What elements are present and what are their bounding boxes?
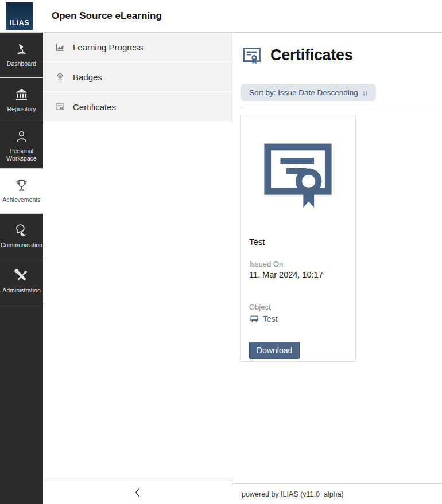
certificate-card: Test Issued On 11. Mar 2024, 10:17 Objec… [240, 115, 356, 362]
certificate-icon [55, 101, 65, 112]
certificate-card-body: Test Issued On 11. Mar 2024, 10:17 Objec… [241, 237, 355, 359]
object-row: Test [249, 314, 347, 324]
slate-item-certificates[interactable]: Certificates [43, 92, 232, 121]
main-content: Certificates Sort by: Issue Date Descend… [232, 33, 442, 504]
person-icon [14, 129, 29, 144]
sort-direction-icon: ↓↑ [362, 88, 367, 97]
area-chart-icon [55, 42, 65, 53]
page-title: Certificates [270, 46, 352, 64]
app-title: Open Source eLearning [52, 10, 162, 22]
download-button[interactable]: Download [249, 342, 300, 359]
collapse-sidebar-button[interactable] [129, 484, 146, 501]
application-window: ILIAS Open Source eLearning Dashboard [0, 0, 442, 504]
main-footer: powered by ILIAS (v11.0_alpha) [232, 483, 442, 504]
chevron-left-icon [131, 486, 144, 499]
test-object-icon [249, 314, 259, 324]
powered-by-text: powered by ILIAS (v11.0_alpha) [242, 490, 344, 498]
bank-building-icon [14, 87, 29, 103]
slate-item-learning-progress[interactable]: Learning Progress [43, 33, 232, 61]
ilias-logo[interactable]: ILIAS [6, 2, 33, 30]
sort-button-label: Sort by: Issue Date Descending [249, 88, 358, 97]
rail-item-administration[interactable]: Administration [0, 259, 43, 304]
certificates-title-icon [241, 44, 263, 67]
slate-item-label: Learning Progress [73, 42, 144, 52]
secondary-sidebar: Learning Progress Badges [43, 33, 232, 504]
sidebar-footer [43, 480, 232, 504]
slate-item-badges[interactable]: Badges [43, 62, 232, 91]
slate-item-label: Certificates [73, 102, 116, 112]
rail-item-label: Achievements [3, 196, 41, 204]
slate-item-label: Badges [73, 72, 102, 82]
rail-item-dashboard[interactable]: Dashboard [0, 33, 43, 78]
page-header: Certificates [241, 44, 442, 67]
desk-lamp-icon [14, 42, 29, 57]
rail-item-label: Dashboard [7, 60, 36, 68]
ilias-logo-text: ILIAS [10, 19, 29, 27]
rosette-badge-icon [55, 72, 65, 83]
rail-item-label: Administration [2, 287, 41, 294]
certificate-preview-icon [255, 130, 341, 216]
crossed-tools-icon [14, 268, 29, 284]
rail-item-communication[interactable]: Communication [0, 214, 43, 259]
rail-item-label: Communication [1, 241, 42, 249]
rail-item-achievements[interactable]: Achievements [0, 169, 43, 214]
top-header: ILIAS Open Source eLearning [0, 0, 442, 33]
main-rail: Dashboard Repository [0, 33, 43, 504]
trophy-icon [14, 178, 29, 193]
rail-item-repository[interactable]: Repository [0, 78, 43, 123]
content-divider [241, 107, 442, 107]
object-label: Object [249, 303, 347, 311]
rail-item-label: Personal Workspace [1, 147, 43, 162]
object-link[interactable]: Test [263, 314, 278, 323]
speech-bubbles-icon [14, 223, 29, 239]
rail-item-personal-workspace[interactable]: Personal Workspace [0, 123, 43, 169]
issued-on-label: Issued On [249, 260, 347, 268]
sort-button[interactable]: Sort by: Issue Date Descending ↓↑ [241, 84, 376, 101]
certificate-title: Test [249, 237, 347, 247]
issued-on-value: 11. Mar 2024, 10:17 [249, 270, 347, 279]
rail-item-label: Repository [7, 106, 36, 113]
